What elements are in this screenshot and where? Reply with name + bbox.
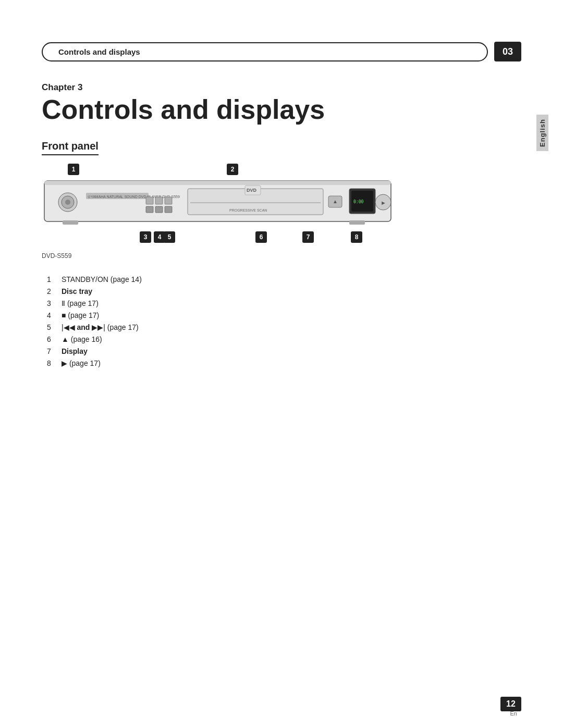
chapter-number-badge: 03 <box>494 42 521 61</box>
item-text-bold: Display <box>62 347 88 355</box>
svg-text:0:00: 0:00 <box>353 200 363 204</box>
chapter-label: Chapter 3 <box>42 82 521 93</box>
svg-rect-14 <box>165 206 172 213</box>
callout-1: 1 <box>68 164 79 175</box>
item-number: 4 <box>47 311 62 319</box>
item-number: 5 <box>47 323 62 331</box>
dvd-model-label: DVD-S559 <box>42 252 417 260</box>
header-title: Controls and displays <box>42 42 488 61</box>
item-number: 3 <box>47 299 62 307</box>
svg-rect-13 <box>155 206 163 213</box>
callout-8: 8 <box>351 231 362 243</box>
item-text: Ⅱ (page 17) <box>62 299 99 307</box>
main-title: Controls and displays <box>42 95 521 125</box>
sidebar-language-label: English <box>536 115 548 151</box>
item-number: 2 <box>47 287 62 295</box>
svg-rect-11 <box>165 197 172 204</box>
list-item: 5 |◀◀ and ▶▶| (page 17) <box>47 323 521 331</box>
page-number-badge: 12 <box>500 697 521 711</box>
item-text: ■ (page 17) <box>62 311 99 319</box>
svg-text:▲: ▲ <box>333 199 338 204</box>
callout-5: 5 <box>164 231 175 243</box>
svg-text:►: ► <box>381 200 386 206</box>
list-item: 7 Display <box>47 347 521 355</box>
list-item: 2 Disc tray <box>47 287 521 295</box>
svg-text:DVD: DVD <box>247 188 257 193</box>
header-bar: Controls and displays 03 <box>42 42 521 61</box>
svg-rect-10 <box>155 197 163 204</box>
list-item: 4 ■ (page 17) <box>47 311 521 319</box>
list-item: 1 STANDBY/ON (page 14) <box>47 275 521 283</box>
svg-rect-12 <box>146 206 153 213</box>
diagram-area: 1 2 ⊙YAMAHA NATURAL SOUND DVD PLAYER DVD… <box>42 173 417 260</box>
item-text: |◀◀ and ▶▶| (page 17) <box>62 323 139 331</box>
callout-7: 7 <box>302 231 314 243</box>
svg-rect-2 <box>63 220 78 225</box>
callout-2: 2 <box>227 164 238 175</box>
item-text: ▶ (page 17) <box>62 359 101 367</box>
item-text-bold: Disc tray <box>62 287 92 295</box>
svg-rect-1 <box>44 181 391 185</box>
callout-6: 6 <box>255 231 267 243</box>
item-number: 7 <box>47 347 62 355</box>
dvd-player-diagram: ⊙YAMAHA NATURAL SOUND DVD PLAYER DVD-S55… <box>42 173 396 230</box>
callout-3: 3 <box>140 231 151 243</box>
items-list: 1 STANDBY/ON (page 14) 2 Disc tray 3 Ⅱ (… <box>47 275 521 367</box>
item-number: 8 <box>47 359 62 367</box>
item-text: STANDBY/ON (page 14) <box>62 275 142 283</box>
svg-rect-9 <box>146 197 153 204</box>
list-item: 3 Ⅱ (page 17) <box>47 299 521 307</box>
svg-point-6 <box>65 200 70 205</box>
list-item: 6 ▲ (page 16) <box>47 335 521 343</box>
svg-text:PROGRESSIVE SCAN: PROGRESSIVE SCAN <box>229 208 267 212</box>
item-number: 6 <box>47 335 62 343</box>
item-number: 1 <box>47 275 62 283</box>
page-lang-label: En <box>510 710 517 717</box>
list-item: 8 ▶ (page 17) <box>47 359 521 367</box>
item-text: ▲ (page 16) <box>62 335 102 343</box>
section-heading: Front panel <box>42 140 99 155</box>
svg-rect-3 <box>349 220 365 225</box>
